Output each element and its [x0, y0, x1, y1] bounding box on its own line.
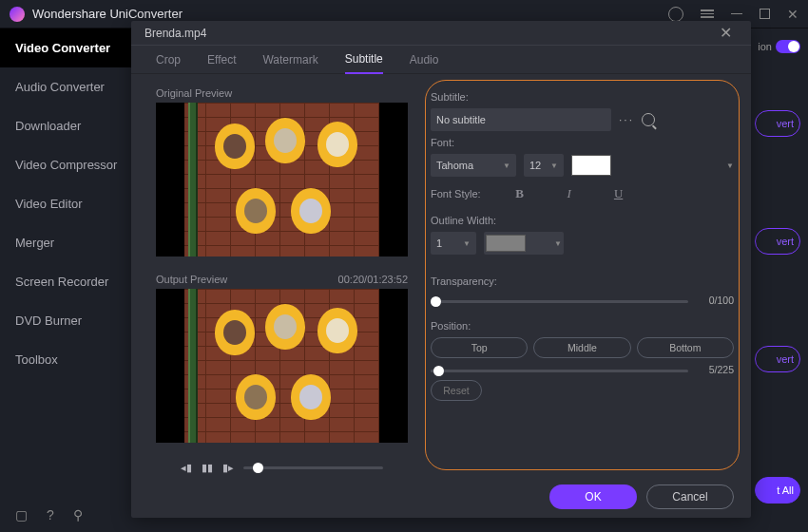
subtitle-label: Subtitle: — [431, 91, 734, 103]
subtitle-browse-button[interactable]: ··· — [619, 113, 634, 126]
tab-subtitle[interactable]: Subtitle — [345, 46, 383, 74]
convert-button-2[interactable]: vert — [755, 228, 800, 255]
original-preview — [156, 103, 408, 256]
cancel-button[interactable]: Cancel — [646, 484, 734, 509]
outline-color-select[interactable]: ▼ — [484, 232, 564, 255]
modal-tabs: Crop Effect Watermark Subtitle Audio — [131, 46, 751, 74]
app-logo-icon — [10, 7, 25, 22]
convert-button-1[interactable]: vert — [755, 110, 800, 137]
sidebar: Video Converter Audio Converter Download… — [0, 28, 131, 532]
account-icon[interactable] — [668, 7, 683, 22]
seek-slider[interactable] — [243, 466, 383, 469]
sidebar-item-video-editor[interactable]: Video Editor — [0, 184, 131, 223]
menu-icon[interactable] — [701, 10, 714, 18]
feedback-icon[interactable]: ⚲ — [73, 507, 83, 522]
subtitle-value: No subtitle — [436, 114, 486, 125]
hw-accel-toggle[interactable] — [776, 40, 800, 53]
hw-accel-label: ion — [758, 41, 772, 52]
font-name-value: Tahoma — [436, 160, 473, 171]
transparency-slider[interactable] — [431, 300, 688, 303]
start-all-button[interactable]: t All — [755, 477, 800, 504]
italic-button[interactable]: I — [559, 186, 580, 201]
sidebar-item-toolbox[interactable]: Toolbox — [0, 340, 131, 379]
transparency-value: 0/100 — [696, 294, 734, 306]
app-title: Wondershare UniConverter — [32, 7, 668, 21]
output-preview — [156, 289, 408, 443]
font-size-select[interactable]: 12▼ — [524, 154, 564, 177]
modal-filename: Brenda.mp4 — [144, 27, 714, 40]
outline-width-value: 1 — [436, 238, 442, 249]
outline-width-label: Outline Width: — [431, 215, 734, 226]
underline-button[interactable]: U — [608, 186, 629, 201]
font-color-picker[interactable] — [571, 155, 611, 176]
font-name-select[interactable]: Tahoma▼ — [431, 154, 516, 177]
chevron-down-icon[interactable]: ▼ — [726, 162, 734, 170]
sidebar-item-screen-recorder[interactable]: Screen Recorder — [0, 262, 131, 301]
subtitle-search-button[interactable] — [642, 113, 655, 126]
position-label: Position: — [431, 320, 734, 332]
reset-button[interactable]: Reset — [431, 380, 482, 401]
ok-button[interactable]: OK — [549, 484, 637, 509]
outline-width-select[interactable]: 1▼ — [431, 232, 476, 255]
prev-frame-button[interactable]: ◂▮ — [181, 462, 192, 474]
play-pause-button[interactable]: ▮▮ — [202, 462, 213, 474]
sidebar-item-merger[interactable]: Merger — [0, 223, 131, 262]
output-preview-label: Output Preview — [156, 274, 227, 285]
tab-effect[interactable]: Effect — [207, 46, 236, 74]
transparency-label: Transparency: — [431, 276, 734, 287]
position-value: 5/225 — [696, 364, 734, 375]
position-slider[interactable] — [431, 370, 688, 372]
font-label: Font: — [431, 137, 734, 148]
sidebar-item-dvd-burner[interactable]: DVD Burner — [0, 301, 131, 340]
font-style-label: Font Style: — [431, 188, 481, 200]
subtitle-select[interactable]: No subtitle — [431, 108, 611, 131]
tab-crop[interactable]: Crop — [156, 46, 181, 74]
next-frame-button[interactable]: ▮▸ — [222, 462, 234, 474]
position-middle-button[interactable]: Middle — [533, 337, 630, 358]
bold-button[interactable]: B — [510, 186, 530, 201]
position-top-button[interactable]: Top — [431, 337, 528, 358]
font-size-value: 12 — [529, 160, 541, 171]
tab-audio[interactable]: Audio — [410, 46, 439, 74]
minimize-button[interactable] — [731, 13, 742, 15]
subtitle-settings-panel: Subtitle: No subtitle ··· Font: Tahoma▼ … — [421, 74, 751, 476]
editor-modal: Brenda.mp4 ✕ Crop Effect Watermark Subti… — [131, 21, 751, 518]
timecode: 00:20/01:23:52 — [338, 274, 408, 285]
help-icon[interactable]: ? — [47, 507, 54, 522]
preview-column: Original Preview Output Preview 00:20/01… — [131, 74, 421, 476]
outline-color-swatch — [486, 235, 526, 252]
close-button[interactable]: ✕ — [787, 7, 798, 22]
convert-button-3[interactable]: vert — [755, 346, 800, 372]
sidebar-item-video-compressor[interactable]: Video Compressor — [0, 145, 131, 184]
position-bottom-button[interactable]: Bottom — [637, 337, 734, 358]
sidebar-item-video-converter[interactable]: Video Converter — [0, 28, 131, 67]
sidebar-item-audio-converter[interactable]: Audio Converter — [0, 67, 131, 106]
maximize-button[interactable] — [760, 9, 770, 19]
sidebar-item-downloader[interactable]: Downloader — [0, 106, 131, 145]
modal-close-button[interactable]: ✕ — [714, 23, 738, 43]
guide-icon[interactable]: ▢ — [15, 507, 28, 522]
tab-watermark[interactable]: Watermark — [262, 46, 317, 74]
right-pane-edge: ion vert vert vert t All — [751, 40, 808, 505]
original-preview-label: Original Preview — [156, 87, 408, 99]
